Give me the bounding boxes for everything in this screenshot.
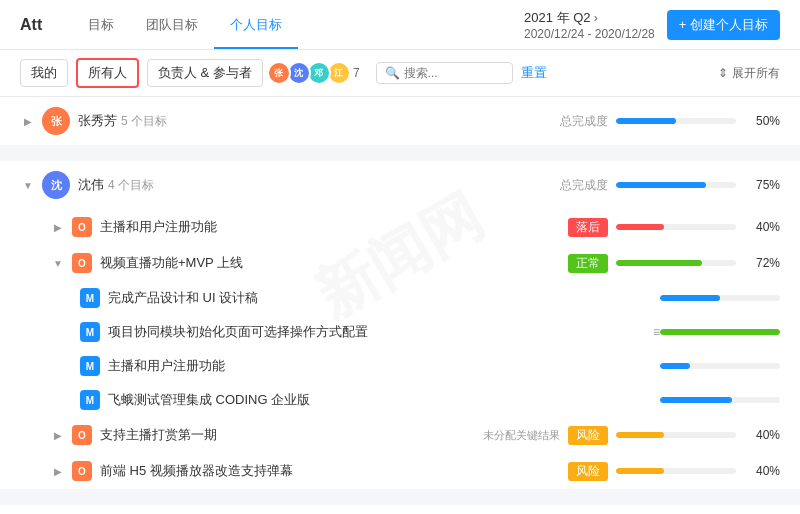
assignee-avatars[interactable]: 张 沈 邓 江 7 [271,61,360,85]
goal-progress-pct-2: 72% [744,256,780,270]
sub-goal-title-2: 项目协同模块初始化页面可选择操作方式配置 [108,323,649,341]
expand-all-button[interactable]: ⇕ 展开所有 [718,65,780,82]
filter-all-button[interactable]: 所有人 [76,58,139,88]
sub-goal-icon-2: M [80,322,100,342]
goal-progress-bar-bg-3 [616,432,736,438]
sub-goal-bar-bg-2 [660,329,780,335]
goal-count-shenwei: 4 个目标 [108,177,154,194]
goal-title-2: 视频直播功能+MVP 上线 [100,254,568,272]
goal-title-3: 支持主播打赏第一期 [100,426,483,444]
sub-goal-item-2[interactable]: M 项目协同模块初始化页面可选择操作方式配置 ≡ [0,315,800,349]
sub-goal-item-4[interactable]: M 飞蛾测试管理集成 CODING 企业版 [0,383,800,417]
person-group-zhangxiufang: ▶ 张 张秀芳 5 个目标 总完成度 50% [0,97,800,145]
search-icon: 🔍 [385,66,400,80]
tab-goals[interactable]: 目标 [72,0,130,49]
goal-progress-4: 40% [616,464,780,478]
sub-goal-title-4: 飞蛾测试管理集成 CODING 企业版 [108,391,660,409]
goal-title-1: 主播和用户注册功能 [100,218,568,236]
reset-button[interactable]: 重置 [521,64,547,82]
sub-goal-icon-4: M [80,390,100,410]
goal-progress-3: 40% [616,428,780,442]
tab-personal-goals[interactable]: 个人目标 [214,0,298,49]
expand-arrow-icon: ▶ [20,113,36,129]
avatar-zhangxiufang: 张 [42,107,70,135]
goal-progress-bar-bg-4 [616,468,736,474]
progress-label-zhangxiufang: 总完成度 [560,113,608,130]
sub-goal-title-1: 完成产品设计和 UI 设计稿 [108,289,660,307]
search-box: 🔍 [376,62,513,84]
sub-goal-bar-fill-3 [660,363,690,369]
progress-bar-bg-shenwei [616,182,736,188]
goal-progress-bar-fill-3 [616,432,664,438]
progress-pct-zhangxiufang: 50% [744,114,780,128]
goal-item-2[interactable]: ▼ O 视频直播功能+MVP 上线 正常 72% [0,245,800,281]
goal-progress-bar-fill-2 [616,260,702,266]
goal-progress-pct-1: 40% [744,220,780,234]
sub-goal-bar-bg-1 [660,295,780,301]
header-right: 2021 年 Q2 › 2020/12/24 - 2020/12/28 + 创建… [524,9,780,41]
sub-goal-progress-4 [660,397,780,403]
progress-bar-fill-shenwei [616,182,706,188]
person-group-shenwei: ▼ 沈 沈伟 4 个目标 总完成度 75% ▶ O 主播和用户注册功能 落后 [0,161,800,489]
avatar-1: 张 [267,61,291,85]
person-row-zhangxiufang[interactable]: ▶ 张 张秀芳 5 个目标 总完成度 50% [0,97,800,145]
person-row-shenwei[interactable]: ▼ 沈 沈伟 4 个目标 总完成度 75% [0,161,800,209]
header: Att 目标 团队目标 个人目标 2021 年 Q2 › 2020/12/24 … [0,0,800,50]
create-personal-goal-button[interactable]: + 创建个人目标 [667,10,780,40]
date-range: 2021 年 Q2 › 2020/12/24 - 2020/12/28 [524,9,655,41]
status-badge-3: 风险 [568,426,608,445]
goal-icon-3: O [72,425,92,445]
tab-team-goals[interactable]: 团队目标 [130,0,214,49]
progress-section-shenwei: 总完成度 75% [560,177,780,194]
goal-title-4: 前端 H5 视频播放器改造支持弹幕 [100,462,568,480]
progress-section-zhangxiufang: 总完成度 50% [560,113,780,130]
main-content: ▶ 张 张秀芳 5 个目标 总完成度 50% ▼ 沈 沈伟 4 个目标 [0,97,800,514]
goal-progress-bar-fill-1 [616,224,664,230]
status-badge-2: 正常 [568,254,608,273]
goal-item-3[interactable]: ▶ O 支持主播打赏第一期 未分配关键结果 风险 40% [0,417,800,453]
app-container: Att 目标 团队目标 个人目标 2021 年 Q2 › 2020/12/24 … [0,0,800,514]
quarter-label: 2021 年 Q2 [524,10,591,25]
sub-goal-item-3[interactable]: M 主播和用户注册功能 [0,349,800,383]
person-name-shenwei: 沈伟 [78,176,104,194]
sub-goal-bar-bg-4 [660,397,780,403]
sub-goal-icon-1: M [80,288,100,308]
avatar-count: 7 [353,66,360,80]
sub-goal-progress-3 [660,363,780,369]
sub-goal-bar-fill-4 [660,397,732,403]
avatar-shenwei: 沈 [42,171,70,199]
person-name-zhangxiufang: 张秀芳 [78,112,117,130]
sub-goal-bar-fill-1 [660,295,720,301]
goal-item-4[interactable]: ▶ O 前端 H5 视频播放器改造支持弹幕 风险 40% [0,453,800,489]
goal-progress-2: 72% [616,256,780,270]
goal-expand-icon-4: ▶ [50,463,66,479]
sub-goal-bar-bg-3 [660,363,780,369]
sub-goal-item-1[interactable]: M 完成产品设计和 UI 设计稿 [0,281,800,315]
person-group-dengxiaoyi: ▶ 邓 邓晓宜 5 个目标 总完成度 50% [0,505,800,514]
goal-item-1[interactable]: ▶ O 主播和用户注册功能 落后 40% [0,209,800,245]
filter-mine-button[interactable]: 我的 [20,59,68,87]
goal-count-zhangxiufang: 5 个目标 [121,113,167,130]
divider-2 [0,497,800,505]
sub-goal-bar-fill-2 [660,329,780,335]
goal-icon-2: O [72,253,92,273]
sub-goal-progress-1 [660,295,780,301]
nav-tabs: 目标 团队目标 个人目标 [72,0,298,49]
expand-arrow-icon-shenwei: ▼ [20,177,36,193]
goal-expand-icon-1: ▶ [50,219,66,235]
search-input[interactable] [404,66,504,80]
progress-bar-fill-zhangxiufang [616,118,676,124]
expand-icon: ⇕ [718,66,728,80]
expand-all-label: 展开所有 [732,65,780,82]
goal-icon-1: O [72,217,92,237]
filter-assignee-button[interactable]: 负责人 & 参与者 [147,59,263,87]
goal-progress-bar-bg-2 [616,260,736,266]
date-range-text: 2020/12/24 - 2020/12/28 [524,27,655,41]
toolbar: 我的 所有人 负责人 & 参与者 张 沈 邓 江 7 🔍 重置 ⇕ 展开所有 [0,50,800,97]
person-row-dengxiaoyi[interactable]: ▶ 邓 邓晓宜 5 个目标 总完成度 50% [0,505,800,514]
divider-1 [0,153,800,161]
goal-progress-pct-3: 40% [744,428,780,442]
progress-bar-bg-zhangxiufang [616,118,736,124]
status-badge-1: 落后 [568,218,608,237]
date-arrow-icon: › [594,11,598,25]
